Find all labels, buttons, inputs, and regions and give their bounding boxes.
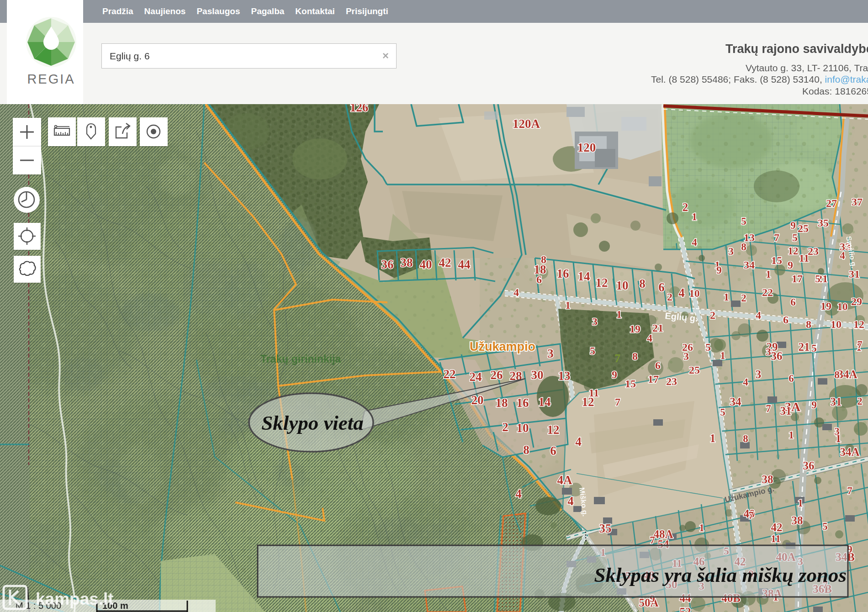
svg-text:23: 23: [808, 245, 819, 257]
svg-text:29: 29: [851, 295, 862, 307]
svg-text:10: 10: [689, 288, 700, 299]
svg-text:26: 26: [491, 368, 503, 382]
svg-text:5: 5: [792, 232, 798, 243]
svg-text:12: 12: [547, 423, 560, 437]
svg-text:31: 31: [831, 396, 842, 408]
svg-text:35: 35: [599, 522, 612, 535]
svg-text:1: 1: [616, 308, 622, 320]
svg-text:2: 2: [683, 201, 688, 213]
svg-text:9: 9: [716, 264, 722, 276]
svg-text:25: 25: [689, 364, 700, 376]
svg-text:11: 11: [589, 387, 599, 399]
svg-text:126: 126: [350, 104, 369, 114]
svg-text:4: 4: [840, 250, 845, 261]
svg-text:34: 34: [744, 259, 755, 271]
svg-text:7: 7: [857, 339, 863, 350]
svg-text:34A: 34A: [837, 368, 857, 380]
svg-text:1: 1: [789, 429, 794, 441]
svg-text:11: 11: [771, 533, 781, 544]
svg-text:27: 27: [826, 197, 837, 209]
svg-text:120: 120: [577, 141, 596, 154]
svg-text:3: 3: [592, 316, 598, 327]
svg-text:5: 5: [720, 406, 725, 418]
svg-text:8: 8: [741, 241, 746, 253]
svg-text:4: 4: [743, 376, 748, 388]
svg-text:42: 42: [439, 256, 451, 269]
svg-text:9: 9: [788, 259, 793, 271]
svg-text:14: 14: [578, 269, 590, 283]
svg-text:6: 6: [658, 280, 665, 294]
svg-text:12: 12: [596, 276, 608, 290]
svg-text:42: 42: [771, 521, 783, 533]
svg-text:8: 8: [834, 369, 840, 380]
svg-text:44: 44: [458, 258, 471, 271]
svg-text:13: 13: [558, 369, 571, 383]
svg-text:5: 5: [822, 521, 828, 532]
svg-text:4: 4: [515, 487, 522, 501]
svg-text:9: 9: [612, 369, 617, 380]
svg-text:1: 1: [720, 350, 725, 361]
svg-text:35: 35: [818, 217, 829, 229]
svg-text:25: 25: [798, 222, 809, 234]
svg-text:9: 9: [790, 220, 796, 231]
svg-text:6: 6: [536, 274, 542, 285]
svg-text:2: 2: [667, 291, 672, 303]
svg-text:15: 15: [625, 378, 636, 390]
svg-text:120A: 120A: [513, 117, 540, 131]
svg-text:50A: 50A: [639, 596, 658, 609]
svg-text:5: 5: [741, 216, 746, 227]
svg-text:6: 6: [783, 314, 789, 326]
svg-text:23: 23: [666, 375, 677, 387]
svg-text:17: 17: [648, 373, 659, 385]
svg-text:Sklypo vieta: Sklypo vieta: [261, 412, 364, 434]
svg-text:6: 6: [655, 359, 661, 371]
svg-text:7: 7: [774, 232, 779, 243]
svg-text:22: 22: [444, 367, 456, 381]
svg-text:1: 1: [692, 211, 697, 222]
svg-text:2: 2: [741, 292, 746, 304]
svg-text:38: 38: [792, 514, 803, 527]
svg-text:5: 5: [815, 273, 820, 285]
svg-text:12: 12: [788, 245, 799, 257]
svg-text:7: 7: [650, 534, 655, 546]
svg-text:9: 9: [811, 399, 817, 411]
svg-text:Sklypas yra šalia miškų zonos: Sklypas yra šalia miškų zonos: [594, 564, 847, 586]
svg-text:6: 6: [790, 296, 796, 308]
svg-text:7: 7: [847, 485, 852, 496]
svg-text:3: 3: [834, 426, 840, 437]
svg-text:24: 24: [470, 370, 482, 384]
svg-text:36: 36: [803, 459, 815, 472]
svg-text:26: 26: [682, 341, 693, 353]
svg-text:3: 3: [547, 347, 554, 360]
svg-text:4: 4: [647, 332, 652, 344]
svg-text:34: 34: [730, 396, 742, 408]
svg-text:38: 38: [401, 256, 413, 269]
svg-text:8: 8: [523, 443, 529, 457]
svg-text:6: 6: [789, 373, 794, 384]
svg-text:2: 2: [857, 396, 863, 407]
svg-text:1: 1: [699, 522, 704, 533]
svg-text:4: 4: [567, 494, 574, 508]
svg-text:5: 5: [705, 341, 711, 353]
svg-text:4: 4: [513, 286, 519, 298]
svg-text:5: 5: [811, 343, 817, 354]
svg-text:10: 10: [517, 421, 529, 435]
svg-text:38: 38: [762, 473, 773, 485]
svg-text:4: 4: [575, 435, 582, 448]
svg-text:12: 12: [853, 318, 864, 330]
svg-text:8: 8: [632, 350, 638, 362]
svg-text:21: 21: [652, 322, 663, 334]
svg-text:1: 1: [798, 497, 803, 509]
svg-text:3: 3: [766, 346, 771, 358]
svg-text:4A: 4A: [557, 473, 573, 487]
svg-text:30: 30: [531, 368, 544, 382]
svg-text:14: 14: [539, 395, 551, 409]
svg-text:7: 7: [614, 352, 620, 365]
svg-text:11: 11: [799, 252, 810, 264]
svg-text:17: 17: [792, 273, 803, 285]
svg-text:34A: 34A: [840, 446, 859, 458]
svg-text:31: 31: [849, 268, 860, 280]
svg-text:8: 8: [743, 433, 748, 444]
svg-text:52: 52: [680, 606, 691, 612]
svg-text:4: 4: [678, 286, 685, 300]
